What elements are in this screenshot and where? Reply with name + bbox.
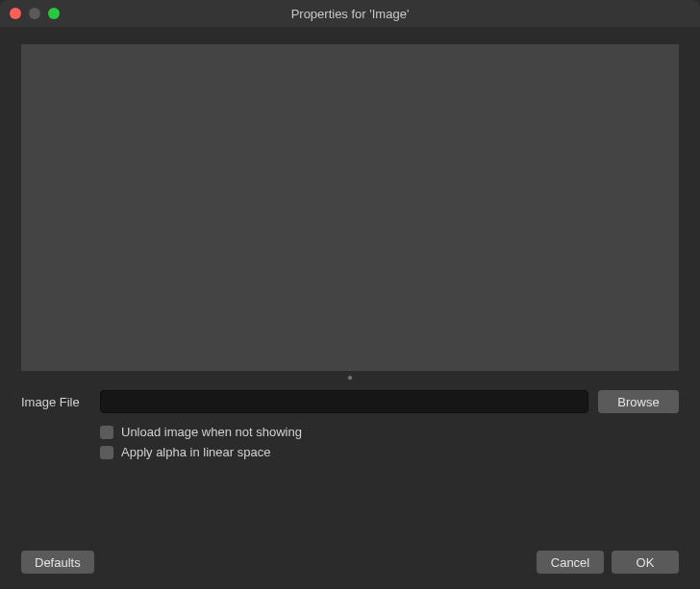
button-bar: Defaults Cancel OK bbox=[21, 551, 679, 574]
alpha-checkbox-label[interactable]: Apply alpha in linear space bbox=[121, 445, 270, 459]
maximize-icon[interactable] bbox=[48, 8, 60, 19]
minimize-icon bbox=[29, 8, 40, 19]
image-file-label: Image File bbox=[21, 395, 90, 409]
unload-checkbox[interactable] bbox=[100, 426, 113, 439]
alpha-checkbox-row: Apply alpha in linear space bbox=[100, 445, 679, 459]
unload-checkbox-row: Unload image when not showing bbox=[100, 425, 679, 439]
window-title: Properties for 'Image' bbox=[0, 7, 700, 21]
image-file-input[interactable] bbox=[100, 390, 588, 413]
alpha-checkbox[interactable] bbox=[100, 446, 113, 459]
browse-button[interactable]: Browse bbox=[598, 390, 679, 413]
ok-button[interactable]: OK bbox=[612, 551, 679, 574]
unload-checkbox-label[interactable]: Unload image when not showing bbox=[121, 425, 302, 439]
cancel-button[interactable]: Cancel bbox=[537, 551, 604, 574]
defaults-button[interactable]: Defaults bbox=[21, 551, 94, 574]
window-controls bbox=[0, 8, 60, 19]
titlebar: Properties for 'Image' bbox=[0, 0, 700, 27]
spacer bbox=[21, 459, 679, 551]
image-preview bbox=[21, 44, 679, 371]
close-icon[interactable] bbox=[10, 8, 21, 19]
resize-grip-icon[interactable]: ● bbox=[21, 371, 679, 384]
dialog-body: ● Image File Browse Unload image when no… bbox=[0, 27, 700, 589]
image-file-row: Image File Browse bbox=[21, 390, 679, 413]
